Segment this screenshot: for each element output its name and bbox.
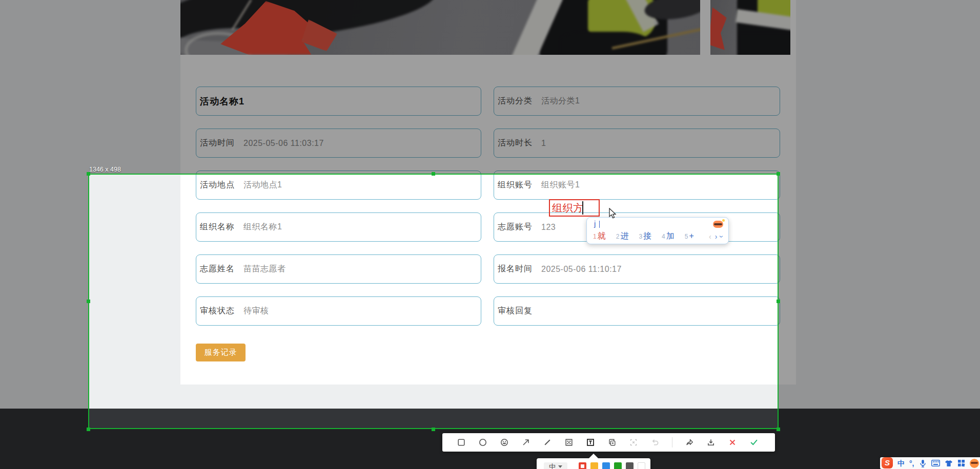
- ime-candidates: 1就 2进 3接 4加 5+: [593, 231, 694, 242]
- rectangle-tool-icon[interactable]: [457, 438, 466, 447]
- selection-handle-w[interactable]: [87, 300, 90, 303]
- text-annotation[interactable]: 组织方: [552, 201, 584, 215]
- ime-candidate-window: j 1就 2进 3接 4加 5+ ‹ › ›: [586, 217, 729, 244]
- save-icon[interactable]: [706, 438, 716, 447]
- mouse-cursor: [609, 208, 617, 221]
- share-icon[interactable]: [685, 438, 694, 447]
- palette-pointer: [589, 454, 598, 458]
- color-swatch-orange[interactable]: [590, 462, 598, 469]
- font-size-dropdown[interactable]: 中: [544, 462, 567, 469]
- dim-overlay-left: [0, 174, 88, 429]
- selection-handle-s[interactable]: [432, 428, 435, 431]
- selection-handle-n[interactable]: [432, 172, 435, 176]
- selection-handle-ne[interactable]: [777, 172, 780, 176]
- selection-border[interactable]: [88, 174, 779, 429]
- cancel-button-icon[interactable]: [728, 438, 737, 447]
- selection-handle-se[interactable]: [777, 428, 780, 431]
- color-swatch-red-selected[interactable]: [579, 462, 586, 469]
- selection-handle-e[interactable]: [777, 300, 780, 303]
- ime-candidate-2[interactable]: 2进: [616, 231, 629, 242]
- color-swatch-blue[interactable]: [602, 462, 610, 469]
- text-style-palette: 中: [537, 458, 650, 469]
- ocr-tool-icon[interactable]: [629, 438, 638, 447]
- ime-composition: j: [594, 219, 596, 228]
- confirm-button-icon[interactable]: [749, 438, 759, 447]
- ime-candidate-5[interactable]: 5+: [685, 231, 694, 241]
- punctuation-icon[interactable]: °,: [909, 460, 914, 467]
- sogou-logo[interactable]: S: [882, 457, 893, 468]
- keyboard-icon[interactable]: [931, 460, 940, 466]
- arrow-tool-icon[interactable]: [521, 438, 530, 447]
- text-tool-icon[interactable]: [586, 438, 595, 447]
- ime-composition-caret: [599, 221, 600, 228]
- color-swatches: [579, 462, 645, 469]
- ime-page-prev-icon[interactable]: ‹: [709, 233, 711, 240]
- screen: { "page": { "form": { "title_field": { "…: [0, 0, 980, 469]
- pin-tool-icon[interactable]: [607, 438, 617, 447]
- ime-candidate-4[interactable]: 4加: [662, 231, 675, 242]
- color-swatch-white[interactable]: [638, 462, 645, 469]
- toolbar-divider: [672, 437, 672, 447]
- undo-icon[interactable]: [650, 438, 660, 447]
- color-swatch-green[interactable]: [614, 462, 622, 469]
- chevron-down-icon: [558, 465, 562, 468]
- ime-taskbar: S 中 °,: [880, 457, 980, 469]
- toolbox-grid-icon[interactable]: [957, 459, 965, 467]
- skin-shirt-icon[interactable]: [945, 460, 953, 467]
- ime-candidate-1[interactable]: 1就: [593, 231, 606, 242]
- screenshot-toolbar: [442, 433, 775, 452]
- selection-dimension-label: 1346 x 498: [89, 166, 121, 173]
- font-size-value: 中: [549, 462, 556, 469]
- microphone-icon[interactable]: [919, 459, 927, 467]
- emoji-icon[interactable]: [970, 459, 979, 468]
- ime-pager: ‹ › ›: [709, 233, 723, 240]
- dim-overlay-right: [779, 174, 980, 429]
- text-annotation-box[interactable]: 组织方: [549, 199, 600, 217]
- selection-handle-nw[interactable]: [87, 172, 90, 176]
- mosaic-tool-icon[interactable]: [564, 438, 574, 447]
- sogou-ai-icon[interactable]: [713, 221, 723, 228]
- dim-overlay-top: [0, 0, 980, 174]
- ellipse-tool-icon[interactable]: [478, 438, 487, 447]
- pen-tool-icon[interactable]: [543, 438, 552, 447]
- ime-expand-icon[interactable]: ›: [719, 236, 726, 238]
- ime-candidate-3[interactable]: 3接: [639, 231, 651, 242]
- selection-handle-sw[interactable]: [87, 428, 90, 431]
- emoji-tool-icon[interactable]: [500, 438, 509, 447]
- chinese-mode-icon[interactable]: 中: [897, 460, 905, 467]
- text-caret: [582, 201, 583, 215]
- ime-page-next-icon[interactable]: ›: [715, 233, 718, 240]
- color-swatch-gray[interactable]: [626, 462, 634, 469]
